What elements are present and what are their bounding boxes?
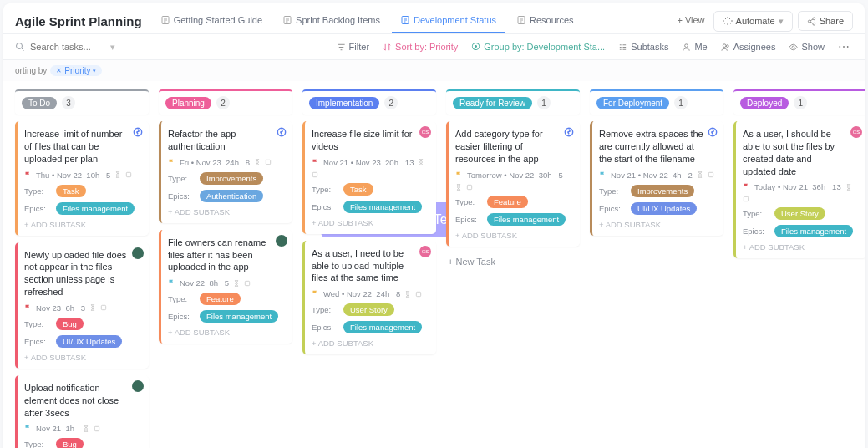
task-card[interactable]: Remove extra spaces the are currently al… xyxy=(590,121,723,236)
sort-chip[interactable]: ✕ Priority ▾ xyxy=(50,65,102,76)
priority-flag-icon[interactable] xyxy=(743,183,750,191)
card-meta: Nov 21 • Nov 22 4h 2 xyxy=(599,171,717,180)
group-button[interactable]: ⦿ Group by: Development Sta... xyxy=(468,39,608,54)
search-box[interactable]: ▾ xyxy=(15,42,132,53)
epic-tag[interactable]: UI/UX Updates xyxy=(56,335,122,348)
task-card[interactable]: Increase limit of number of files that c… xyxy=(15,121,149,236)
chevron-down-icon[interactable]: ▾ xyxy=(110,42,115,53)
task-card[interactable]: CS Increase file size limit for videos N… xyxy=(302,121,436,234)
header-bar: Agile Sprint Planning Getting Started Gu… xyxy=(3,3,865,34)
assignee-avatar[interactable]: CS xyxy=(850,126,862,138)
type-tag[interactable]: Task xyxy=(56,185,86,197)
epics-row: Epics: Authentication xyxy=(168,190,286,202)
svg-point-5 xyxy=(808,20,810,23)
search-input[interactable] xyxy=(30,42,105,52)
filter-button[interactable]: Filter xyxy=(333,39,373,54)
svg-point-8 xyxy=(685,43,688,47)
svg-rect-25 xyxy=(744,197,748,201)
type-tag[interactable]: Bug xyxy=(56,438,84,448)
task-card[interactable]: Upload notification element does not clo… xyxy=(15,375,149,448)
epic-tag[interactable]: Files management xyxy=(56,202,135,215)
column-header[interactable]: Deployed1 xyxy=(733,89,865,115)
priority-flag-icon[interactable] xyxy=(312,290,319,298)
me-button[interactable]: Me xyxy=(678,39,710,54)
column-header[interactable]: Implementation2 xyxy=(302,89,436,115)
priority-flag-icon[interactable] xyxy=(599,171,607,179)
task-card[interactable]: CS As a user, I should be able to sort t… xyxy=(733,121,865,258)
type-tag[interactable]: Improvements xyxy=(631,185,694,197)
column-header[interactable]: Planning2 xyxy=(159,89,292,115)
assignee-avatar[interactable] xyxy=(132,247,144,259)
epic-tag[interactable]: Files management xyxy=(487,213,566,226)
epics-row: Epics: Files management xyxy=(455,213,573,226)
column-count: 1 xyxy=(674,96,688,109)
priority-flag-icon[interactable] xyxy=(312,159,319,166)
subtasks-button[interactable]: Subtasks xyxy=(615,39,672,54)
epic-tag[interactable]: Files management xyxy=(343,201,422,213)
view-tab[interactable]: Resources xyxy=(508,8,582,33)
type-tag[interactable]: User Story xyxy=(343,303,394,316)
add-subtask-button[interactable]: + ADD SUBTASK xyxy=(455,231,573,240)
priority-flag-icon[interactable] xyxy=(168,279,175,287)
type-tag[interactable]: Feature xyxy=(200,293,241,305)
svg-point-6 xyxy=(813,23,815,25)
task-card[interactable]: CS As a user, I need to be able to uploa… xyxy=(302,241,436,355)
column-header[interactable]: Ready for Review1 xyxy=(446,89,580,115)
add-subtask-button[interactable]: + ADD SUBTASK xyxy=(168,328,286,337)
epic-tag[interactable]: UI/UX Updates xyxy=(631,202,697,215)
card-title: Increase limit of number of files that c… xyxy=(24,128,142,165)
type-tag[interactable]: User Story xyxy=(774,207,825,220)
priority-flag-icon[interactable] xyxy=(24,171,32,179)
board-column: Implementation2 CS Increase file size li… xyxy=(302,89,436,354)
task-card[interactable]: Add category type for easier filtering o… xyxy=(446,121,580,247)
card-title: Increase file size limit for videos xyxy=(312,128,429,153)
assignee-avatar[interactable]: CS xyxy=(419,246,431,257)
board-column: Planning2 Refactor the app authenticatio… xyxy=(159,89,292,344)
priority-flag-icon[interactable] xyxy=(455,171,463,179)
epic-tag[interactable]: Files management xyxy=(343,321,422,333)
sort-icon xyxy=(383,43,392,52)
close-x-icon[interactable]: ✕ xyxy=(56,67,62,74)
task-card[interactable]: Refactor the app authentication Fri • No… xyxy=(159,121,292,223)
assignee-avatar[interactable]: CS xyxy=(419,126,431,138)
column-header[interactable]: For Deployment1 xyxy=(590,89,723,115)
automate-button[interactable]: Automate ▾ xyxy=(713,11,793,32)
view-tab[interactable]: Getting Started Guide xyxy=(152,8,271,33)
status-pill: Deployed xyxy=(740,97,789,109)
add-subtask-button[interactable]: + ADD SUBTASK xyxy=(312,218,429,227)
task-card[interactable]: Newly uploaded file does not appear in t… xyxy=(15,242,149,369)
card-title: Add category type for easier filtering o… xyxy=(455,128,573,165)
task-card[interactable]: File owners can rename files after it ha… xyxy=(159,230,292,344)
add-subtask-button[interactable]: + ADD SUBTASK xyxy=(743,242,860,252)
more-menu-icon[interactable]: ⋯ xyxy=(835,40,853,53)
add-subtask-button[interactable]: + ADD SUBTASK xyxy=(312,339,429,348)
priority-flag-icon[interactable] xyxy=(24,425,32,432)
add-subtask-button[interactable]: + ADD SUBTASK xyxy=(168,207,286,216)
sort-button[interactable]: Sort by: Priority xyxy=(379,39,461,54)
show-button[interactable]: Show xyxy=(785,39,828,54)
share-button[interactable]: Share xyxy=(798,11,853,31)
add-subtask-button[interactable]: + ADD SUBTASK xyxy=(599,220,717,229)
list-title[interactable]: Agile Sprint Planning xyxy=(15,14,142,28)
epic-tag[interactable]: Authentication xyxy=(200,190,263,202)
priority-flag-icon[interactable] xyxy=(24,304,32,312)
priority-flag-icon[interactable] xyxy=(168,159,175,166)
assignees-button[interactable]: Assignees xyxy=(718,39,779,54)
type-tag[interactable]: Task xyxy=(343,183,373,196)
view-tab[interactable]: Sprint Backlog Items xyxy=(274,8,388,33)
type-row: Type: User Story xyxy=(312,303,429,316)
new-task-button[interactable]: + New Task xyxy=(446,253,580,270)
status-pill: Planning xyxy=(165,97,211,109)
type-tag[interactable]: Feature xyxy=(487,196,528,208)
view-tab[interactable]: Development Status xyxy=(392,8,505,33)
add-view-button[interactable]: + View xyxy=(668,8,713,33)
column-header[interactable]: To Do3 xyxy=(15,89,149,115)
epic-tag[interactable]: Files management xyxy=(774,225,853,237)
assignee-avatar[interactable] xyxy=(276,235,287,247)
add-subtask-button[interactable]: + ADD SUBTASK xyxy=(24,220,142,229)
epic-tag[interactable]: Files management xyxy=(200,310,278,323)
type-tag[interactable]: Improvements xyxy=(200,172,263,185)
add-subtask-button[interactable]: + ADD SUBTASK xyxy=(24,353,142,362)
type-tag[interactable]: Bug xyxy=(56,318,84,330)
assignee-avatar[interactable] xyxy=(132,380,144,392)
